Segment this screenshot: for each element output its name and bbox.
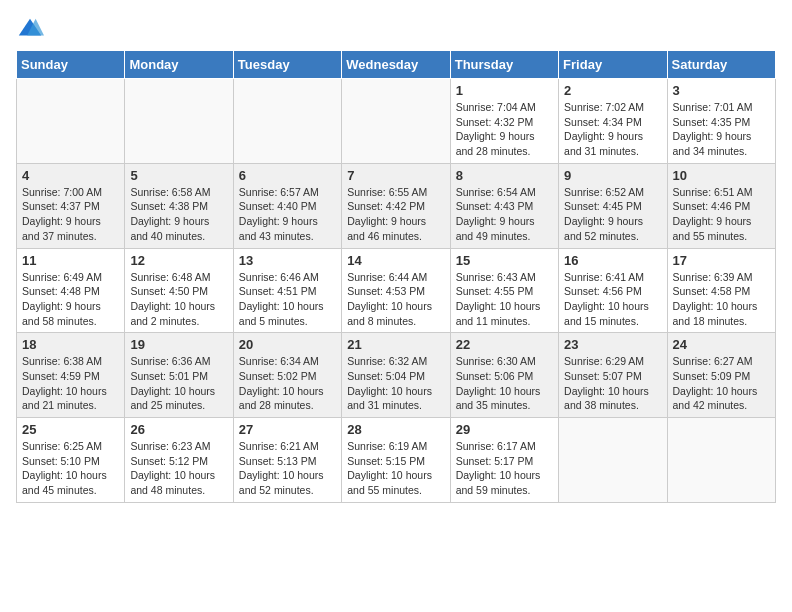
day-number: 3 (673, 83, 770, 98)
calendar-week-4: 18Sunrise: 6:38 AM Sunset: 4:59 PM Dayli… (17, 333, 776, 418)
calendar-cell: 1Sunrise: 7:04 AM Sunset: 4:32 PM Daylig… (450, 79, 558, 164)
calendar-week-2: 4Sunrise: 7:00 AM Sunset: 4:37 PM Daylig… (17, 163, 776, 248)
day-info: Sunrise: 6:52 AM Sunset: 4:45 PM Dayligh… (564, 185, 661, 244)
calendar-cell (17, 79, 125, 164)
day-info: Sunrise: 6:41 AM Sunset: 4:56 PM Dayligh… (564, 270, 661, 329)
header-friday: Friday (559, 51, 667, 79)
calendar-cell: 4Sunrise: 7:00 AM Sunset: 4:37 PM Daylig… (17, 163, 125, 248)
day-info: Sunrise: 6:27 AM Sunset: 5:09 PM Dayligh… (673, 354, 770, 413)
day-number: 8 (456, 168, 553, 183)
calendar-cell: 23Sunrise: 6:29 AM Sunset: 5:07 PM Dayli… (559, 333, 667, 418)
day-info: Sunrise: 6:57 AM Sunset: 4:40 PM Dayligh… (239, 185, 336, 244)
day-number: 18 (22, 337, 119, 352)
calendar-cell (667, 418, 775, 503)
header-tuesday: Tuesday (233, 51, 341, 79)
day-info: Sunrise: 6:25 AM Sunset: 5:10 PM Dayligh… (22, 439, 119, 498)
header (16, 16, 776, 44)
day-number: 9 (564, 168, 661, 183)
header-sunday: Sunday (17, 51, 125, 79)
day-number: 17 (673, 253, 770, 268)
day-info: Sunrise: 6:43 AM Sunset: 4:55 PM Dayligh… (456, 270, 553, 329)
day-info: Sunrise: 6:46 AM Sunset: 4:51 PM Dayligh… (239, 270, 336, 329)
calendar-cell (342, 79, 450, 164)
calendar-table: SundayMondayTuesdayWednesdayThursdayFrid… (16, 50, 776, 503)
day-info: Sunrise: 6:39 AM Sunset: 4:58 PM Dayligh… (673, 270, 770, 329)
header-saturday: Saturday (667, 51, 775, 79)
day-info: Sunrise: 6:21 AM Sunset: 5:13 PM Dayligh… (239, 439, 336, 498)
header-monday: Monday (125, 51, 233, 79)
header-thursday: Thursday (450, 51, 558, 79)
calendar-cell: 24Sunrise: 6:27 AM Sunset: 5:09 PM Dayli… (667, 333, 775, 418)
day-info: Sunrise: 6:54 AM Sunset: 4:43 PM Dayligh… (456, 185, 553, 244)
day-number: 7 (347, 168, 444, 183)
calendar-cell: 28Sunrise: 6:19 AM Sunset: 5:15 PM Dayli… (342, 418, 450, 503)
calendar-cell: 8Sunrise: 6:54 AM Sunset: 4:43 PM Daylig… (450, 163, 558, 248)
day-info: Sunrise: 6:17 AM Sunset: 5:17 PM Dayligh… (456, 439, 553, 498)
day-info: Sunrise: 6:49 AM Sunset: 4:48 PM Dayligh… (22, 270, 119, 329)
calendar-week-1: 1Sunrise: 7:04 AM Sunset: 4:32 PM Daylig… (17, 79, 776, 164)
day-number: 16 (564, 253, 661, 268)
day-number: 28 (347, 422, 444, 437)
calendar-cell: 18Sunrise: 6:38 AM Sunset: 4:59 PM Dayli… (17, 333, 125, 418)
calendar-cell: 13Sunrise: 6:46 AM Sunset: 4:51 PM Dayli… (233, 248, 341, 333)
calendar-cell: 12Sunrise: 6:48 AM Sunset: 4:50 PM Dayli… (125, 248, 233, 333)
day-info: Sunrise: 6:34 AM Sunset: 5:02 PM Dayligh… (239, 354, 336, 413)
calendar-cell: 16Sunrise: 6:41 AM Sunset: 4:56 PM Dayli… (559, 248, 667, 333)
day-info: Sunrise: 7:04 AM Sunset: 4:32 PM Dayligh… (456, 100, 553, 159)
calendar-cell: 14Sunrise: 6:44 AM Sunset: 4:53 PM Dayli… (342, 248, 450, 333)
day-info: Sunrise: 6:48 AM Sunset: 4:50 PM Dayligh… (130, 270, 227, 329)
day-info: Sunrise: 6:23 AM Sunset: 5:12 PM Dayligh… (130, 439, 227, 498)
calendar-cell: 19Sunrise: 6:36 AM Sunset: 5:01 PM Dayli… (125, 333, 233, 418)
calendar-cell: 9Sunrise: 6:52 AM Sunset: 4:45 PM Daylig… (559, 163, 667, 248)
calendar-cell (559, 418, 667, 503)
day-number: 22 (456, 337, 553, 352)
day-number: 1 (456, 83, 553, 98)
calendar-cell: 20Sunrise: 6:34 AM Sunset: 5:02 PM Dayli… (233, 333, 341, 418)
calendar-cell (233, 79, 341, 164)
day-number: 15 (456, 253, 553, 268)
calendar-cell: 11Sunrise: 6:49 AM Sunset: 4:48 PM Dayli… (17, 248, 125, 333)
calendar-header-row: SundayMondayTuesdayWednesdayThursdayFrid… (17, 51, 776, 79)
calendar-cell: 3Sunrise: 7:01 AM Sunset: 4:35 PM Daylig… (667, 79, 775, 164)
calendar-cell: 2Sunrise: 7:02 AM Sunset: 4:34 PM Daylig… (559, 79, 667, 164)
calendar-cell (125, 79, 233, 164)
day-number: 27 (239, 422, 336, 437)
day-number: 5 (130, 168, 227, 183)
day-number: 20 (239, 337, 336, 352)
calendar-cell: 22Sunrise: 6:30 AM Sunset: 5:06 PM Dayli… (450, 333, 558, 418)
day-info: Sunrise: 6:36 AM Sunset: 5:01 PM Dayligh… (130, 354, 227, 413)
day-info: Sunrise: 6:19 AM Sunset: 5:15 PM Dayligh… (347, 439, 444, 498)
day-number: 25 (22, 422, 119, 437)
header-wednesday: Wednesday (342, 51, 450, 79)
calendar-cell: 17Sunrise: 6:39 AM Sunset: 4:58 PM Dayli… (667, 248, 775, 333)
day-number: 23 (564, 337, 661, 352)
day-info: Sunrise: 7:01 AM Sunset: 4:35 PM Dayligh… (673, 100, 770, 159)
calendar-week-3: 11Sunrise: 6:49 AM Sunset: 4:48 PM Dayli… (17, 248, 776, 333)
day-info: Sunrise: 6:32 AM Sunset: 5:04 PM Dayligh… (347, 354, 444, 413)
day-info: Sunrise: 6:44 AM Sunset: 4:53 PM Dayligh… (347, 270, 444, 329)
logo-icon (16, 16, 44, 44)
day-number: 4 (22, 168, 119, 183)
calendar-cell: 7Sunrise: 6:55 AM Sunset: 4:42 PM Daylig… (342, 163, 450, 248)
day-number: 6 (239, 168, 336, 183)
day-number: 21 (347, 337, 444, 352)
calendar-cell: 15Sunrise: 6:43 AM Sunset: 4:55 PM Dayli… (450, 248, 558, 333)
calendar-cell: 29Sunrise: 6:17 AM Sunset: 5:17 PM Dayli… (450, 418, 558, 503)
day-info: Sunrise: 7:02 AM Sunset: 4:34 PM Dayligh… (564, 100, 661, 159)
calendar-cell: 27Sunrise: 6:21 AM Sunset: 5:13 PM Dayli… (233, 418, 341, 503)
day-number: 24 (673, 337, 770, 352)
day-info: Sunrise: 6:30 AM Sunset: 5:06 PM Dayligh… (456, 354, 553, 413)
logo (16, 16, 48, 44)
calendar-cell: 26Sunrise: 6:23 AM Sunset: 5:12 PM Dayli… (125, 418, 233, 503)
day-number: 2 (564, 83, 661, 98)
day-number: 19 (130, 337, 227, 352)
calendar-cell: 5Sunrise: 6:58 AM Sunset: 4:38 PM Daylig… (125, 163, 233, 248)
day-info: Sunrise: 6:29 AM Sunset: 5:07 PM Dayligh… (564, 354, 661, 413)
day-number: 13 (239, 253, 336, 268)
day-number: 11 (22, 253, 119, 268)
calendar-cell: 10Sunrise: 6:51 AM Sunset: 4:46 PM Dayli… (667, 163, 775, 248)
calendar-cell: 6Sunrise: 6:57 AM Sunset: 4:40 PM Daylig… (233, 163, 341, 248)
calendar-cell: 21Sunrise: 6:32 AM Sunset: 5:04 PM Dayli… (342, 333, 450, 418)
day-number: 29 (456, 422, 553, 437)
day-number: 10 (673, 168, 770, 183)
